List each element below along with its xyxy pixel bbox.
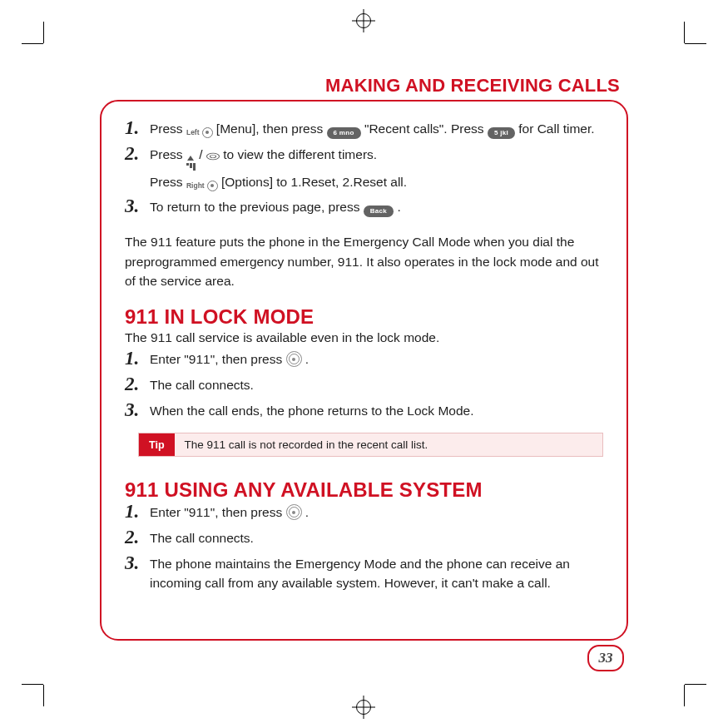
section-subtitle: The 911 call service is available even i…: [125, 330, 603, 345]
content-card: 1. Press Left [Menu], then press 6 mno "…: [100, 100, 628, 641]
step-text: To return to the previous page, press Ba…: [150, 198, 603, 217]
key-6-icon: 6 mno: [327, 127, 361, 139]
crop-mark: [685, 43, 706, 44]
step-item: 1. Enter "911", then press .: [125, 350, 603, 369]
section-heading-any: 911 USING ANY AVAILABLE SYSTEM: [125, 478, 603, 502]
text: Press: [150, 175, 183, 189]
step-number: 3.: [125, 553, 145, 572]
section-heading-lock: 911 IN LOCK MODE: [125, 305, 603, 329]
step-list-lock: 1. Enter "911", then press . 2. The call…: [125, 350, 603, 421]
text: "Recent calls". Press: [364, 121, 484, 136]
step-text: The phone maintains the Emergency Mode a…: [150, 555, 603, 592]
step-item: 3. The phone maintains the Emergency Mod…: [125, 555, 603, 592]
step-item: 2. The call connects.: [125, 376, 603, 395]
page-number: 33: [587, 645, 624, 671]
step-item: 1. Press Left [Menu], then press 6 mno "…: [125, 120, 603, 139]
step-number: 3.: [125, 196, 145, 215]
step-text: Press Left [Menu], then press 6 mno "Rec…: [150, 120, 603, 139]
step-item: 1. Enter "911", then press .: [125, 503, 603, 522]
tip-text: The 911 call is not recorded in the rece…: [175, 433, 438, 456]
step-number: 3.: [125, 400, 145, 419]
step-number: 2.: [125, 374, 145, 394]
text: .: [305, 352, 309, 366]
text: .: [397, 200, 400, 214]
step-number: 2.: [125, 527, 145, 547]
back-key-icon: Back: [364, 206, 394, 217]
text: /: [199, 147, 202, 161]
nav-up-down-icon: [186, 156, 196, 170]
nav-up-down-icon: [206, 151, 220, 161]
text: Press: [150, 147, 183, 161]
step-item: 3. To return to the previous page, press…: [125, 198, 603, 217]
text: Enter "911", then press: [150, 352, 282, 366]
step-number: 1.: [125, 502, 145, 521]
step-text: When the call ends, the phone returns to…: [150, 402, 603, 420]
text: Enter "911", then press: [150, 505, 282, 519]
step-number: 2.: [125, 144, 145, 163]
registration-icon: [356, 13, 371, 28]
key-5-icon: 5 jkl: [488, 127, 515, 139]
manual-page: MAKING AND RECEIVING CALLS 1. Press Left…: [0, 0, 728, 728]
crop-mark: [43, 22, 44, 43]
call-button-icon: [286, 504, 302, 520]
crop-mark: [685, 684, 706, 685]
step-item: 2. The call connects.: [125, 529, 603, 548]
step-list-top: 1. Press Left [Menu], then press 6 mno "…: [125, 120, 603, 217]
step-text: Enter "911", then press .: [150, 350, 603, 369]
tip-callout: Tip The 911 call is not recorded in the …: [138, 433, 603, 457]
text: [Menu], then press: [216, 121, 323, 136]
call-button-icon: [286, 351, 302, 367]
tip-badge: Tip: [139, 433, 175, 456]
text: [Options] to 1.Reset, 2.Reset all.: [221, 175, 407, 189]
crop-mark: [43, 685, 44, 706]
text: for Call timer.: [518, 121, 594, 136]
text: To return to the previous page, press: [150, 200, 359, 214]
crop-mark: [22, 43, 43, 44]
step-text: Enter "911", then press .: [150, 503, 603, 522]
left-softkey-icon: Left: [186, 127, 213, 138]
step-list-any: 1. Enter "911", then press . 2. The call…: [125, 503, 603, 592]
registration-icon: [356, 700, 371, 715]
intro-paragraph: The 911 feature puts the phone in the Em…: [125, 232, 603, 290]
step-item: 3. When the call ends, the phone returns…: [125, 402, 603, 421]
right-softkey-icon: Right: [186, 181, 218, 191]
step-text: The call connects.: [150, 376, 603, 394]
step-number: 1.: [125, 118, 145, 137]
crop-mark: [684, 22, 685, 43]
text: to view the different timers.: [223, 147, 377, 161]
page-title: MAKING AND RECEIVING CALLS: [325, 75, 620, 97]
crop-mark: [22, 684, 43, 685]
step-text: Press / to view the different timers. Pr…: [150, 146, 603, 191]
step-text: The call connects.: [150, 529, 603, 547]
step-number: 1.: [125, 349, 145, 368]
crop-mark: [684, 685, 685, 706]
step-item: 2. Press / to view the different timers.…: [125, 146, 603, 191]
text: .: [305, 505, 309, 519]
text: Press: [150, 121, 183, 136]
